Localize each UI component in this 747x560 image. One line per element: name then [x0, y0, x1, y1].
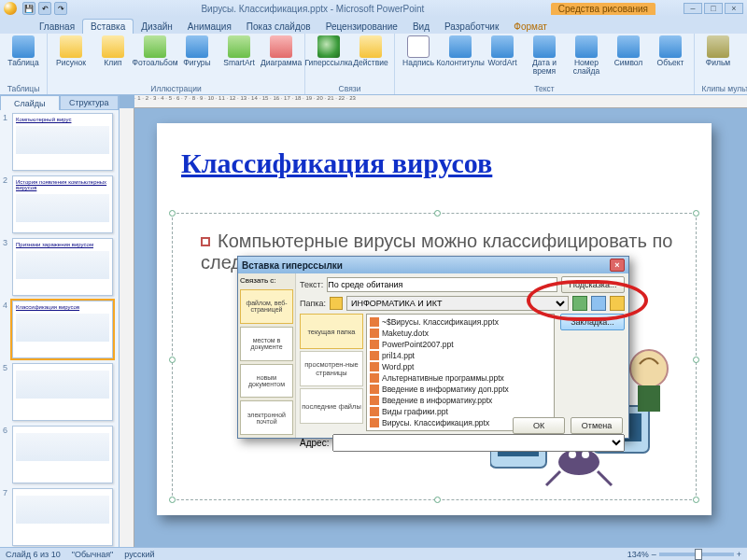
tab-format[interactable]: Формат: [506, 20, 555, 34]
close-button[interactable]: ×: [725, 3, 743, 14]
svg-rect-10: [638, 385, 660, 412]
title-bar: 💾 ↶ ↷ Вирусы. Классификация.pptx - Micro…: [0, 0, 747, 17]
ribbon-рисунок[interactable]: Рисунок: [51, 35, 91, 67]
ribbon-дата и время[interactable]: Дата и время: [525, 35, 564, 75]
file-item[interactable]: Введение в информатику.pptx: [370, 395, 551, 406]
slide-canvas[interactable]: Классификация вирусов Компьютерные вирус…: [157, 123, 712, 515]
slide-thumbnail[interactable]: Компьютерный вирус: [12, 113, 113, 171]
up-folder-icon[interactable]: [572, 296, 587, 311]
svg-point-5: [569, 451, 576, 458]
ribbon-надпись[interactable]: Надпись: [399, 35, 438, 67]
file-icon: [370, 396, 379, 405]
ribbon-фильм[interactable]: Фильм: [698, 35, 738, 67]
zoom-controls[interactable]: 134% –+: [627, 550, 741, 559]
lookin-option[interactable]: просмотрен-ные страницы: [300, 351, 363, 386]
tab-view[interactable]: Вид: [405, 20, 437, 34]
svg-point-9: [630, 350, 668, 387]
linkto-option[interactable]: электронной почтой: [240, 400, 293, 435]
file-item[interactable]: PowerPoint2007.ppt: [370, 339, 551, 350]
ribbon-символ[interactable]: Символ: [609, 35, 648, 67]
office-button[interactable]: [4, 2, 17, 15]
linkto-option[interactable]: новым документом: [240, 364, 293, 399]
slide-thumbnail[interactable]: [12, 488, 113, 546]
slide-thumbnail[interactable]: Признаки заражения вирусом: [12, 238, 113, 296]
ribbon-номер слайда[interactable]: Номер слайда: [567, 35, 606, 75]
workspace: Слайды Структура 1Компьютерный вирус2Ист…: [0, 95, 747, 547]
ok-button[interactable]: ОК: [513, 417, 565, 434]
status-bar: Слайд 6 из 10 "Обычная" русский 134% –+: [0, 547, 747, 560]
ribbon: ТаблицаТаблицыРисунокКлипФотоальбомФигур…: [0, 34, 747, 95]
file-item[interactable]: Maketuy.dotx: [370, 328, 551, 339]
slide-thumbnail[interactable]: История появления компьютерных вирусов: [12, 175, 113, 233]
tab-home[interactable]: Главная: [32, 20, 82, 34]
cancel-button[interactable]: Отмена: [571, 417, 623, 434]
ribbon-диаграмма[interactable]: Диаграмма: [261, 35, 301, 67]
ribbon-колонтитулы[interactable]: Колонтитулы: [441, 35, 480, 67]
folder-select[interactable]: ИНФОРМАТИКА И ИКТ: [346, 296, 569, 311]
file-icon: [370, 407, 379, 416]
zoom-slider[interactable]: [659, 553, 734, 556]
status-language: русский: [124, 550, 154, 559]
ruler-vertical: [120, 108, 134, 547]
ribbon-объект[interactable]: Объект: [651, 35, 690, 67]
svg-point-4: [558, 449, 599, 475]
address-input[interactable]: [332, 434, 625, 452]
dialog-close-button[interactable]: ×: [610, 259, 625, 272]
linkto-option[interactable]: местом в документе: [240, 327, 293, 361]
group-label: Клипы мультимедиа: [702, 83, 747, 94]
ribbon-smartart[interactable]: SmartArt: [219, 35, 259, 67]
ribbon-wordart[interactable]: WordArt: [483, 35, 522, 67]
slide-thumbnail[interactable]: Классификация вирусов: [12, 301, 113, 358]
tab-review[interactable]: Рецензирование: [318, 20, 405, 34]
browse-web-icon[interactable]: [591, 296, 606, 311]
maximize-button[interactable]: □: [704, 3, 723, 14]
ribbon-звук[interactable]: Звук: [740, 35, 747, 67]
ribbon-фотоальбом[interactable]: Фотоальбом: [135, 35, 175, 67]
file-icon: [370, 418, 379, 427]
ribbon-tabs: Главная Вставка Дизайн Анимация Показ сл…: [0, 17, 747, 34]
qat-redo-icon[interactable]: ↷: [54, 2, 67, 15]
linkto-option[interactable]: файлом, веб-страницей: [240, 289, 293, 324]
minimize-button[interactable]: –: [684, 3, 702, 14]
slide-thumbnails: 1Компьютерный вирус2История появления ко…: [0, 110, 119, 547]
lookin-option[interactable]: последние файлы: [300, 388, 363, 424]
slide-title[interactable]: Классификация вирусов: [157, 123, 712, 179]
pane-tab-outline[interactable]: Структура: [60, 95, 120, 110]
file-icon: [370, 385, 379, 394]
tab-design[interactable]: Дизайн: [134, 20, 180, 34]
file-item[interactable]: Альтернативные программы.pptx: [370, 372, 551, 384]
ribbon-таблица[interactable]: Таблица: [4, 35, 43, 67]
file-item[interactable]: pril14.ppt: [370, 350, 551, 361]
slide-thumbnail[interactable]: [12, 363, 113, 421]
browse-file-icon[interactable]: [610, 296, 625, 311]
lookin-option[interactable]: текущая папка: [300, 314, 363, 349]
file-list[interactable]: ~$Вирусы. Классификация.pptxMaketuy.dotx…: [366, 314, 555, 431]
slide-thumbnail[interactable]: [12, 426, 113, 483]
display-text-input[interactable]: [327, 277, 557, 292]
pane-tab-slides[interactable]: Слайды: [0, 95, 60, 110]
bookmark-button[interactable]: Закладка...: [560, 314, 625, 330]
file-item[interactable]: Введение в информатику доп.pptx: [370, 384, 551, 395]
file-item[interactable]: ~$Вирусы. Классификация.pptx: [370, 316, 551, 328]
ribbon-гиперссылка[interactable]: Гиперссылка: [309, 35, 348, 67]
ribbon-действие[interactable]: Действие: [351, 35, 390, 67]
qat-undo-icon[interactable]: ↶: [38, 2, 51, 15]
tab-animation[interactable]: Анимация: [180, 20, 239, 34]
file-icon: [370, 351, 379, 360]
status-theme: "Обычная": [72, 550, 114, 559]
dialog-title: Вставка гиперссылки: [242, 260, 343, 271]
screentip-button[interactable]: Подсказка...: [561, 276, 625, 293]
ribbon-клип[interactable]: Клип: [93, 35, 133, 67]
file-item[interactable]: Word.ppt: [370, 361, 551, 372]
tab-insert[interactable]: Вставка: [82, 19, 134, 34]
qat-save-icon[interactable]: 💾: [22, 2, 35, 15]
tab-slideshow[interactable]: Показ слайдов: [239, 20, 318, 34]
ribbon-фигуры[interactable]: Фигуры: [177, 35, 217, 67]
zoom-value: 134%: [627, 550, 649, 559]
file-item[interactable]: Виды графики.ppt: [370, 406, 551, 417]
tab-developer[interactable]: Разработчик: [437, 20, 506, 34]
status-slide-position: Слайд 6 из 10: [6, 550, 61, 559]
window-title: Вирусы. Классификация.pptx - Microsoft P…: [75, 4, 551, 14]
dialog-titlebar[interactable]: Вставка гиперссылки ×: [238, 257, 628, 273]
svg-line-8: [598, 471, 612, 485]
